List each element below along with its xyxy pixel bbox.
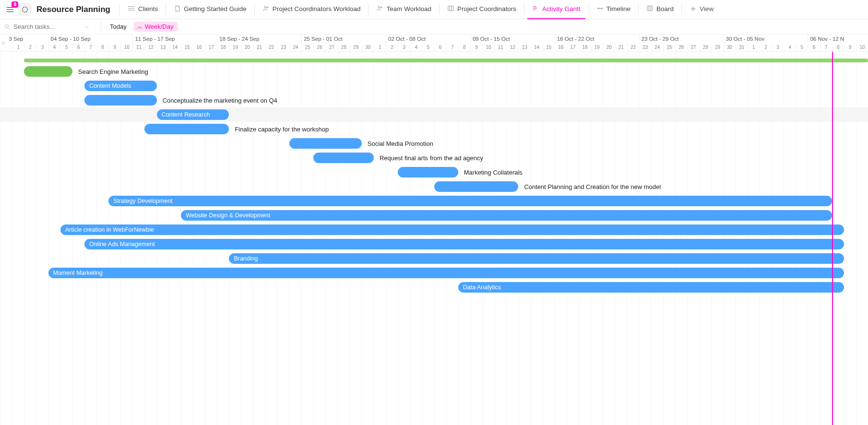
divider — [166, 4, 166, 15]
day-header: 11 — [132, 43, 144, 51]
view-tabs: Clients Getting Started Guide Project Co… — [123, 0, 864, 19]
day-header: 17 — [567, 43, 579, 51]
zoom-level-chip[interactable]: Week/Day — [133, 22, 178, 32]
day-header: 2 — [760, 43, 772, 51]
task-bar[interactable]: Data Analytics — [458, 282, 844, 293]
day-header: 9 — [108, 43, 120, 51]
day-header: 21 — [615, 43, 627, 51]
task-bar[interactable]: Online Ads Management — [84, 239, 844, 249]
main-menu-button[interactable]: 8 — [4, 3, 16, 16]
tab-board[interactable]: Board — [642, 0, 678, 19]
task-bar[interactable] — [144, 124, 229, 134]
tab-team-workload[interactable]: Team Workload — [371, 0, 436, 19]
day-header: 16 — [193, 43, 205, 51]
tab-label: Team Workload — [386, 5, 431, 12]
day-header: 3 — [772, 43, 784, 51]
day-header: 25 — [301, 43, 313, 51]
day-header: 18 — [579, 43, 591, 51]
notification-badge: 8 — [12, 1, 18, 8]
day-header: 6 — [72, 43, 84, 51]
task-label: Conceptualize the marketing event on Q4 — [163, 97, 277, 104]
day-header: 10 — [856, 43, 868, 51]
task-label: Content Research — [162, 111, 210, 118]
today-button[interactable]: Today — [107, 23, 130, 30]
app-header: 8 Resource Planning Clients Getting Star… — [0, 0, 868, 19]
day-header: 31 — [736, 43, 748, 51]
weeks-row: - 03 Sep04 Sep - 10 Sep11 Sep - 17 Sep18… — [0, 35, 868, 43]
divider — [638, 4, 639, 15]
day-header: 1 — [12, 43, 24, 51]
expand-sidebar-handle[interactable] — [0, 36, 9, 50]
task-bar[interactable]: Branding — [229, 253, 844, 264]
task-label: Strategy Development — [113, 198, 173, 204]
tab-clients[interactable]: Clients — [123, 0, 163, 19]
svg-point-0 — [23, 7, 28, 12]
task-bar[interactable] — [24, 66, 72, 77]
tab-getting-started-guide[interactable]: Getting Started Guide — [169, 0, 251, 19]
tab-label: Clients — [138, 5, 158, 12]
gantt-row: Request final arts from the ad agency — [0, 151, 868, 165]
task-label: Search Engine Marketing — [78, 68, 148, 75]
today-marker: Today — [832, 52, 833, 425]
tab-project-coordinators[interactable]: Project Coordinators — [442, 0, 521, 19]
gantt-row: Finalize capacity for the workshop — [0, 122, 868, 136]
gantt-area[interactable]: Today Search Engine Marketing Content Mo… — [0, 52, 868, 425]
week-header: 30 Oct - 05 Nov — [724, 35, 808, 43]
group-summary-bar[interactable] — [24, 59, 868, 62]
day-header: 28 — [338, 43, 350, 51]
task-bar[interactable]: Content Models — [84, 81, 157, 91]
tab-label: Activity Gantt — [542, 5, 581, 12]
tab-project-coordinators-workload[interactable]: Project Coordinators Workload — [258, 0, 366, 19]
day-header: 27 — [325, 43, 337, 51]
tab-label: Timeline — [606, 5, 631, 12]
day-header: 27 — [687, 43, 699, 51]
task-bar[interactable] — [289, 138, 362, 149]
day-header: 8 — [96, 43, 108, 51]
task-bar[interactable]: Moment Marketing — [48, 268, 844, 278]
gantt-row: Online Ads Management — [0, 237, 868, 251]
day-header: 23 — [639, 43, 651, 51]
task-label: Finalize capacity for the workshop — [235, 126, 329, 133]
svg-point-4 — [264, 6, 266, 8]
task-bar[interactable] — [434, 181, 519, 192]
day-header: 13 — [518, 43, 530, 51]
divider — [368, 4, 369, 15]
day-header: 5 — [796, 43, 808, 51]
timeline-icon — [596, 5, 604, 13]
gantt-icon — [532, 5, 539, 13]
gantt-row: Search Engine Marketing — [0, 64, 868, 79]
task-label: Content Planning and Creation for the ne… — [524, 183, 661, 190]
doc-icon — [174, 5, 181, 13]
task-bar[interactable]: Content Research — [157, 109, 229, 120]
day-header: 10 — [120, 43, 132, 51]
board-icon — [447, 5, 454, 13]
space-icon-button[interactable] — [18, 3, 32, 16]
tab-activity-gantt[interactable]: Activity Gantt — [527, 0, 585, 19]
day-header: 23 — [277, 43, 289, 51]
tab-timeline[interactable]: Timeline — [592, 0, 636, 19]
day-header: 18 — [217, 43, 229, 51]
svg-point-3 — [129, 10, 129, 10]
add-view-button[interactable]: View — [685, 0, 718, 19]
task-bar[interactable] — [313, 153, 374, 163]
svg-point-1 — [129, 6, 129, 7]
task-bar[interactable] — [398, 167, 458, 177]
day-header: 2 — [24, 43, 36, 51]
divider — [119, 4, 119, 15]
day-header: 1 — [748, 43, 760, 51]
day-header: 17 — [205, 43, 217, 51]
task-label: Website Design & Development — [186, 212, 270, 219]
day-header: 2 — [386, 43, 398, 51]
list-icon — [128, 5, 135, 13]
task-bar[interactable]: Website Design & Development — [181, 210, 832, 221]
chevron-down-icon[interactable] — [83, 24, 90, 30]
task-bar[interactable]: Strategy Development — [108, 196, 832, 206]
search-input[interactable] — [13, 23, 81, 30]
task-bar[interactable] — [84, 95, 157, 106]
search-box[interactable] — [4, 23, 95, 30]
task-label: Content Models — [89, 83, 131, 89]
task-bar[interactable]: Article creation in WebForNewbie — [60, 224, 844, 235]
loading-circle-icon — [21, 6, 29, 13]
add-view-label: View — [700, 5, 713, 12]
plus-icon — [690, 5, 697, 12]
